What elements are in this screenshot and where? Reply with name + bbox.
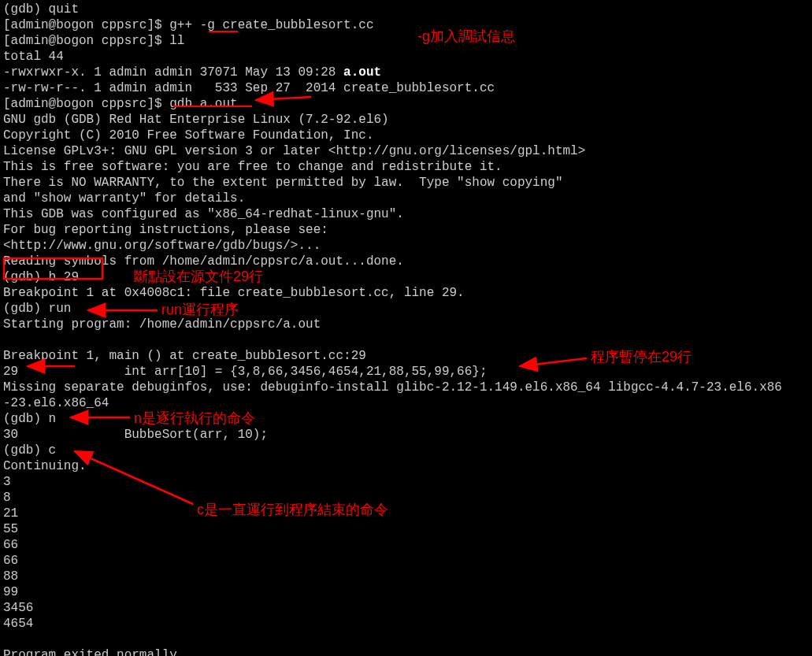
terminal-text: (gdb) n bbox=[3, 412, 56, 426]
terminal-line: 30 BubbeSort(arr, 10); bbox=[3, 427, 809, 443]
terminal-line: Reading symbols from /home/admin/cppsrc/… bbox=[3, 254, 809, 269]
terminal-text: Breakpoint 1 at 0x4008c1: file create_bu… bbox=[3, 286, 465, 300]
terminal-line: Continuing. bbox=[3, 458, 809, 474]
terminal-line: Breakpoint 1, main () at create_bubbleso… bbox=[3, 348, 809, 364]
terminal-line: -rwxrwxr-x. 1 admin admin 37071 May 13 0… bbox=[3, 65, 809, 80]
terminal-text: a.out bbox=[343, 65, 381, 80]
terminal-text: -rw-rw-r--. 1 admin admin 533 Sep 27 201… bbox=[3, 81, 495, 95]
terminal-line: <http://www.gnu.org/software/gdb/bugs/>.… bbox=[3, 238, 809, 254]
terminal-text: 8 bbox=[3, 491, 11, 505]
terminal-line: total 44 bbox=[3, 49, 809, 65]
terminal-line: 55 bbox=[3, 521, 809, 537]
terminal-text: Breakpoint 1, main () at create_bubbleso… bbox=[3, 349, 366, 363]
terminal-line: (gdb) quit bbox=[3, 2, 809, 17]
terminal-text: Program exited normally. bbox=[3, 648, 184, 656]
terminal-line: 29 int arr[10] = {3,8,66,3456,4654,21,88… bbox=[3, 364, 809, 380]
terminal-line: 66 bbox=[3, 553, 809, 569]
terminal-text: This GDB was configured as "x86_64-redha… bbox=[3, 207, 404, 221]
terminal-output[interactable]: (gdb) quit[admin@bogon cppsrc]$ g++ -g c… bbox=[0, 0, 812, 656]
terminal-line: -23.el6.x86_64 bbox=[3, 395, 809, 411]
terminal-line: 21 bbox=[3, 506, 809, 521]
terminal-text: [admin@bogon cppsrc]$ g++ -g create_bubb… bbox=[3, 18, 373, 32]
terminal-text: 3456 bbox=[3, 601, 33, 615]
terminal-line: (gdb) c bbox=[3, 443, 809, 458]
terminal-text: 66 bbox=[3, 554, 18, 568]
terminal-line: -rw-rw-r--. 1 admin admin 533 Sep 27 201… bbox=[3, 80, 809, 96]
terminal-line: 88 bbox=[3, 569, 809, 584]
terminal-text: 29 int arr[10] = {3,8,66,3456,4654,21,88… bbox=[3, 365, 488, 379]
terminal-text: Copyright (C) 2010 Free Software Foundat… bbox=[3, 128, 373, 143]
terminal-text: total 44 bbox=[3, 50, 64, 64]
terminal-line: [admin@bogon cppsrc]$ ll bbox=[3, 33, 809, 49]
terminal-text: 66 bbox=[3, 538, 18, 552]
terminal-line: 3 bbox=[3, 474, 809, 490]
terminal-text: (gdb) quit bbox=[3, 2, 79, 17]
terminal-line: and "show warranty" for details. bbox=[3, 191, 809, 206]
terminal-text: -23.el6.x86_64 bbox=[3, 396, 109, 410]
terminal-line: 3456 bbox=[3, 600, 809, 616]
terminal-text: and "show warranty" for details. bbox=[3, 191, 245, 206]
terminal-line: (gdb) n bbox=[3, 411, 809, 427]
terminal-line: Starting program: /home/admin/cppsrc/a.o… bbox=[3, 317, 809, 332]
terminal-line: Program exited normally. bbox=[3, 647, 809, 656]
terminal-text: (gdb) b 29 bbox=[3, 270, 79, 284]
terminal-line: 8 bbox=[3, 490, 809, 506]
terminal-line: 66 bbox=[3, 537, 809, 553]
terminal-line: License GPLv3+: GNU GPL version 3 or lat… bbox=[3, 143, 809, 159]
terminal-text: GNU gdb (GDB) Red Hat Enterprise Linux (… bbox=[3, 113, 389, 127]
terminal-text: 4654 bbox=[3, 617, 33, 631]
terminal-line bbox=[3, 632, 809, 647]
terminal-text: [admin@bogon cppsrc]$ ll bbox=[3, 34, 184, 48]
terminal-text: 88 bbox=[3, 569, 18, 584]
terminal-text: License GPLv3+: GNU GPL version 3 or lat… bbox=[3, 144, 585, 158]
terminal-text: There is NO WARRANTY, to the extent perm… bbox=[3, 176, 563, 190]
terminal-text: <http://www.gnu.org/software/gdb/bugs/>.… bbox=[3, 239, 321, 253]
terminal-text: 99 bbox=[3, 585, 18, 599]
terminal-line: This is free software: you are free to c… bbox=[3, 159, 809, 175]
terminal-line bbox=[3, 332, 809, 348]
terminal-text: Missing separate debuginfos, use: debugi… bbox=[3, 380, 782, 395]
terminal-line: For bug reporting instructions, please s… bbox=[3, 222, 809, 238]
terminal-line: This GDB was configured as "x86_64-redha… bbox=[3, 206, 809, 222]
terminal-text: -rwxrwxr-x. 1 admin admin 37071 May 13 0… bbox=[3, 65, 343, 80]
terminal-text: Starting program: /home/admin/cppsrc/a.o… bbox=[3, 317, 321, 332]
terminal-text: 3 bbox=[3, 475, 11, 489]
terminal-text: 21 bbox=[3, 506, 18, 521]
terminal-line: [admin@bogon cppsrc]$ gdb a.out bbox=[3, 96, 809, 112]
terminal-text: (gdb) c bbox=[3, 443, 56, 458]
terminal-line: (gdb) run bbox=[3, 301, 809, 317]
terminal-text: [admin@bogon cppsrc]$ gdb a.out bbox=[3, 97, 238, 111]
terminal-line: Breakpoint 1 at 0x4008c1: file create_bu… bbox=[3, 285, 809, 301]
terminal-line: Copyright (C) 2010 Free Software Foundat… bbox=[3, 128, 809, 143]
terminal-text: (gdb) run bbox=[3, 302, 71, 316]
terminal-line: There is NO WARRANTY, to the extent perm… bbox=[3, 175, 809, 191]
terminal-line: 99 bbox=[3, 584, 809, 600]
terminal-text: For bug reporting instructions, please s… bbox=[3, 223, 328, 237]
terminal-line: GNU gdb (GDB) Red Hat Enterprise Linux (… bbox=[3, 112, 809, 128]
terminal-text: 30 BubbeSort(arr, 10); bbox=[3, 428, 268, 442]
terminal-line: 4654 bbox=[3, 616, 809, 632]
terminal-text: Reading symbols from /home/admin/cppsrc/… bbox=[3, 254, 404, 269]
terminal-text: Continuing. bbox=[3, 459, 87, 473]
terminal-text: 55 bbox=[3, 522, 18, 536]
terminal-text: This is free software: you are free to c… bbox=[3, 160, 502, 174]
terminal-line: [admin@bogon cppsrc]$ g++ -g create_bubb… bbox=[3, 17, 809, 33]
terminal-line: Missing separate debuginfos, use: debugi… bbox=[3, 380, 809, 395]
terminal-line: (gdb) b 29 bbox=[3, 269, 809, 285]
